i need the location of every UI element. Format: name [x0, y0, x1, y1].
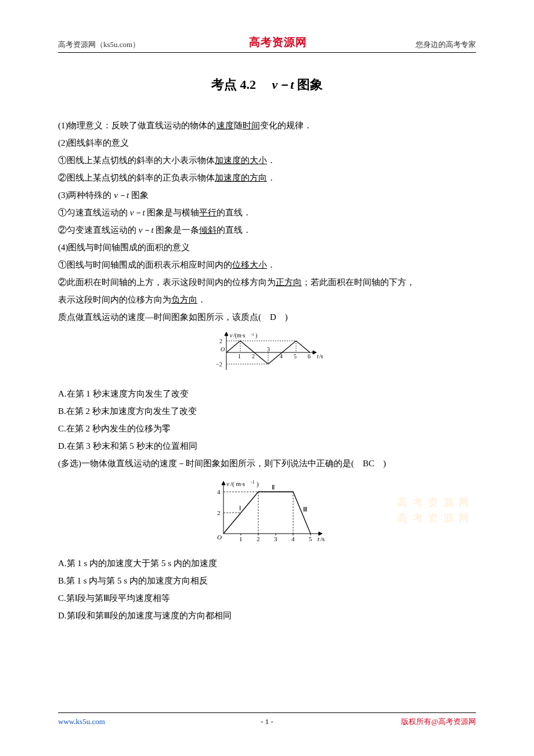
svg-text:/s: /s — [319, 353, 323, 359]
svg-text:Ⅱ: Ⅱ — [272, 484, 275, 491]
para-3: ①图线上某点切线的斜率的大小表示物体加速度的大小． — [58, 152, 476, 169]
svg-marker-3 — [225, 332, 228, 336]
chart-2-svg: v/( m·s-1) 4 2 O 1 2 3 4 5 t/s Ⅰ Ⅱ Ⅲ — [203, 476, 331, 545]
svg-text:Ⅰ: Ⅰ — [239, 505, 241, 512]
svg-text:t: t — [317, 535, 320, 542]
title-prefix: 考点 4.2 — [211, 77, 256, 92]
svg-text:Ⅲ: Ⅲ — [303, 506, 308, 513]
page: 高考资源网（ks5u.com） 高考资源网 您身边的高考专家 考点 4.2 v－… — [0, 0, 534, 756]
svg-text:): ) — [255, 332, 257, 339]
q1-option-d: D.在第 3 秒末和第 5 秒末的位置相同 — [58, 437, 476, 455]
svg-text:v: v — [226, 480, 229, 487]
para-8: (4)图线与时间轴围成的面积的意义 — [58, 239, 476, 256]
svg-text:3: 3 — [274, 535, 277, 542]
svg-text:1: 1 — [239, 535, 243, 542]
svg-marker-1 — [313, 351, 316, 354]
header-left: 高考资源网（ks5u.com） — [58, 39, 140, 50]
svg-text:2: 2 — [257, 535, 260, 542]
svg-text:/s: /s — [320, 535, 324, 542]
svg-text:-1: -1 — [251, 480, 255, 485]
footer-url: www.ks5u.com — [58, 717, 105, 726]
footer-copyright: 版权所有@高考资源网 — [401, 717, 476, 727]
svg-text:2: 2 — [219, 338, 222, 344]
svg-text:4: 4 — [217, 488, 221, 495]
q2-option-b: B.第 1 s 内与第 5 s 内的加速度方向相反 — [58, 572, 476, 589]
svg-text:2: 2 — [217, 509, 221, 516]
header-right: 您身边的高考专家 — [416, 39, 476, 50]
question-2-stem: (多选)一物体做直线运动的速度－时间图象如图所示，则下列说法中正确的是( BC … — [58, 455, 476, 472]
chart-1-svg: v/(m·s-1) 2 O −2 1 2 3 4 5 6 t/s — [209, 329, 325, 376]
svg-text:O: O — [221, 346, 225, 352]
para-6: ①匀速直线运动的 v－t 图象是与横轴平行的直线． — [58, 204, 476, 221]
para-7: ②匀变速直线运动的 v－t 图象是一条倾斜的直线． — [58, 221, 476, 239]
body-content: (1)物理意义：反映了做直线运动的物体的速度随时间变化的规律． (2)图线斜率的… — [58, 117, 476, 624]
figure-2: v/( m·s-1) 4 2 O 1 2 3 4 5 t/s Ⅰ Ⅱ Ⅲ — [58, 476, 476, 551]
svg-text:-1: -1 — [251, 332, 254, 337]
q2-option-a: A.第 1 s 内的加速度大于第 5 s 内的加速度 — [58, 555, 476, 572]
q1-option-a: A.在第 1 秒末速度方向发生了改变 — [58, 385, 476, 402]
svg-text:/(m·s: /(m·s — [233, 332, 245, 339]
para-9: ①图线与时间轴围成的面积表示相应时间内的位移大小． — [58, 256, 476, 273]
page-header: 高考资源网（ks5u.com） 高考资源网 您身边的高考专家 — [58, 35, 476, 53]
para-1: (1)物理意义：反映了做直线运动的物体的速度随时间变化的规律． — [58, 117, 476, 134]
svg-text:−2: −2 — [216, 361, 222, 368]
svg-text:3: 3 — [267, 346, 270, 352]
footer-pagenum: - 1 - — [261, 717, 273, 726]
svg-text:4: 4 — [280, 353, 283, 359]
q1-option-b: B.在第 2 秒末加速度方向发生了改变 — [58, 402, 476, 420]
title-suffix: 图象 — [294, 77, 323, 92]
q1-option-c: C.在第 2 秒内发生的位移为零 — [58, 420, 476, 437]
svg-marker-27 — [222, 481, 225, 485]
svg-text:2: 2 — [252, 353, 255, 359]
para-10: ②此面积在时间轴的上方，表示这段时间内的位移方向为正方向；若此面积在时间轴的下方… — [58, 273, 476, 291]
svg-text:/( m·s: /( m·s — [230, 480, 245, 488]
svg-text:5: 5 — [294, 353, 297, 359]
figure-1: v/(m·s-1) 2 O −2 1 2 3 4 5 6 t/s — [58, 329, 476, 381]
svg-text:6: 6 — [308, 353, 311, 359]
title-var: v－t — [272, 77, 294, 92]
header-center-logo: 高考资源网 — [249, 35, 307, 50]
svg-text:O: O — [217, 534, 222, 541]
para-5: (3)两种特殊的 v－t 图象 — [58, 186, 476, 204]
para-10b: 表示这段时间内的位移方向为负方向． — [58, 291, 476, 308]
document-title: 考点 4.2 v－t 图象 — [58, 76, 476, 93]
svg-text:4: 4 — [291, 535, 295, 542]
svg-text:1: 1 — [238, 353, 241, 359]
page-footer: www.ks5u.com - 1 - 版权所有@高考资源网 — [58, 712, 476, 727]
svg-text:5: 5 — [309, 535, 312, 542]
svg-text:): ) — [257, 480, 259, 488]
para-4: ②图线上某点切线的斜率的正负表示物体加速度的方向． — [58, 169, 476, 186]
svg-text:t: t — [317, 353, 319, 359]
q2-option-c: C.第Ⅰ段与第Ⅲ段平均速度相等 — [58, 589, 476, 607]
para-2: (2)图线斜率的意义 — [58, 134, 476, 152]
svg-text:v: v — [230, 332, 233, 339]
question-1-stem: 质点做直线运动的速度—时间图象如图所示，该质点( D ) — [58, 308, 476, 326]
q2-option-d: D.第Ⅰ段和第Ⅲ段的加速度与速度的方向都相同 — [58, 607, 476, 624]
